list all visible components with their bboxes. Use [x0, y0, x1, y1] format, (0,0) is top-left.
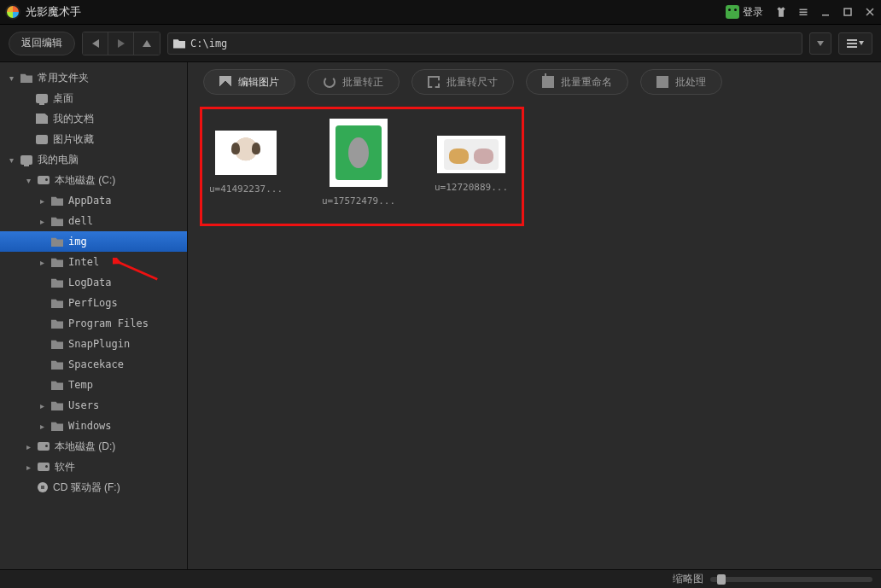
tree-folder-item[interactable]: ▸dell: [0, 211, 187, 231]
thumbnail-item[interactable]: u=41492237...: [203, 114, 289, 207]
thumb-size-slider[interactable]: [710, 577, 872, 582]
tree-drive-c[interactable]: ▾ 本地磁盘 (C:): [0, 170, 187, 190]
nav-back-button[interactable]: [83, 32, 108, 55]
tree-folder-item[interactable]: ▸PerfLogs: [0, 293, 187, 313]
tree-favorites-header[interactable]: ▾ 常用文件夹: [0, 67, 187, 88]
tree-folder-item[interactable]: ▸Program Files: [0, 313, 187, 334]
maximize-icon: [843, 7, 853, 17]
tree-drive-d[interactable]: ▸ 本地磁盘 (D:): [0, 436, 187, 457]
expand-icon: ▸: [38, 217, 46, 226]
folder-icon: [51, 318, 63, 329]
tree-folder-item[interactable]: ▸Users: [0, 395, 187, 416]
svg-rect-0: [822, 15, 829, 16]
thumbnail-item[interactable]: u=17572479...: [316, 114, 401, 207]
tree-folder-item[interactable]: ▸AppData: [0, 190, 187, 211]
expand-icon: ▸: [24, 442, 32, 451]
thumbnail-image: [437, 136, 505, 173]
collapse-icon: ▾: [24, 176, 32, 185]
folder-icon: [51, 359, 63, 370]
tree-folder-item[interactable]: ▸Intel: [0, 252, 187, 272]
folder-icon: [20, 73, 32, 83]
path-dropdown-button[interactable]: [809, 32, 831, 55]
edit-image-button[interactable]: 编辑图片: [203, 69, 295, 95]
batch-rename-button[interactable]: 批量重命名: [526, 69, 628, 95]
drive-icon: [38, 176, 50, 184]
close-button[interactable]: [859, 2, 881, 22]
drive-icon: [38, 463, 50, 471]
folder-icon: [51, 421, 63, 431]
login-button[interactable]: 登录: [719, 3, 770, 21]
svg-rect-1: [844, 9, 851, 15]
batch-process-button[interactable]: 批处理: [640, 69, 722, 95]
rotate-icon: [324, 76, 335, 88]
computer-icon: [20, 155, 32, 165]
app-title: 光影魔术手: [26, 4, 81, 20]
folder-icon: [51, 339, 63, 349]
thumbnail-image: [215, 131, 277, 175]
triangle-up-icon: [143, 40, 151, 47]
tree-fav-item[interactable]: 图片收藏: [0, 129, 187, 149]
tree-mypc-header[interactable]: ▾ 我的电脑: [0, 149, 187, 170]
thumbnail-label: u=17572479...: [322, 195, 395, 207]
monitor-icon: [36, 94, 48, 103]
nav-forward-button[interactable]: [108, 32, 134, 55]
nav-cluster: [82, 32, 160, 55]
status-bar: 缩略图: [0, 569, 881, 588]
rename-icon: [542, 76, 554, 88]
folder-icon: [51, 298, 63, 308]
triangle-left-icon: [92, 39, 99, 48]
collapse-icon: ▾: [7, 155, 15, 165]
batch-rotate-button[interactable]: 批量转正: [307, 69, 400, 95]
tree-drive-soft[interactable]: ▸ 软件: [0, 457, 187, 477]
resize-icon: [428, 76, 440, 88]
tree-drive-f[interactable]: ▸ CD 驱动器 (F:): [0, 477, 187, 498]
doc-icon: [36, 114, 48, 124]
folder-icon: [51, 236, 63, 247]
path-text: C:\img: [190, 38, 227, 49]
menu-button[interactable]: [792, 2, 814, 22]
drive-icon: [38, 442, 50, 451]
tree-fav-item[interactable]: 桌面: [0, 88, 187, 108]
tree-folder-item[interactable]: ▸SnapPlugin: [0, 334, 187, 354]
folder-icon: [173, 38, 185, 49]
folder-tree: ▾ 常用文件夹 桌面我的文档图片收藏 ▾ 我的电脑 ▾ 本地磁盘 (C:) ▸A…: [0, 62, 188, 569]
triangle-right-icon: [118, 39, 125, 48]
tree-folder-item[interactable]: ▸Spacekace: [0, 354, 187, 375]
disc-icon: [38, 482, 48, 492]
app-logo-icon: [5, 4, 20, 20]
folder-icon: [51, 216, 63, 226]
tree-folder-item[interactable]: ▸Windows: [0, 416, 187, 436]
chevron-down-icon: [817, 41, 824, 46]
edit-icon: [219, 76, 231, 88]
tree-fav-item[interactable]: 我的文档: [0, 108, 187, 129]
thumb-size-label: 缩略图: [673, 572, 703, 586]
thumbnail-item[interactable]: u=12720889...: [429, 114, 514, 207]
folder-icon: [51, 257, 63, 267]
folder-icon: [51, 400, 63, 410]
tree-folder-item[interactable]: ▸Temp: [0, 375, 187, 395]
expand-icon: ▸: [38, 258, 46, 267]
chevron-down-icon: [859, 41, 864, 45]
thumbnail-label: u=12720889...: [435, 182, 508, 193]
maximize-button[interactable]: [837, 2, 859, 22]
tree-folder-item[interactable]: ▸LogData: [0, 272, 187, 293]
batch-resize-button[interactable]: 批量转尺寸: [411, 69, 514, 95]
thumbnail-label: u=41492237...: [209, 183, 283, 195]
skin-button[interactable]: [770, 2, 792, 22]
back-to-edit-button[interactable]: 返回编辑: [9, 32, 75, 55]
shirt-icon: [775, 6, 787, 18]
title-bar: 光影魔术手 登录: [0, 0, 881, 25]
view-options-button[interactable]: [838, 32, 872, 55]
batch-icon: [656, 76, 668, 88]
folder-icon: [51, 277, 63, 288]
list-icon: [847, 39, 857, 48]
path-bar[interactable]: C:\img: [167, 32, 802, 55]
minimize-button[interactable]: [814, 2, 837, 22]
slider-knob[interactable]: [717, 574, 726, 585]
expand-icon: ▸: [38, 401, 46, 410]
menu-icon: [798, 7, 808, 17]
expand-icon: ▸: [38, 196, 46, 206]
nav-up-button[interactable]: [134, 32, 160, 55]
tree-folder-item[interactable]: ▸img: [0, 231, 187, 252]
action-row: 编辑图片 批量转正 批量转尺寸 批量重命名 批处理: [188, 62, 881, 102]
